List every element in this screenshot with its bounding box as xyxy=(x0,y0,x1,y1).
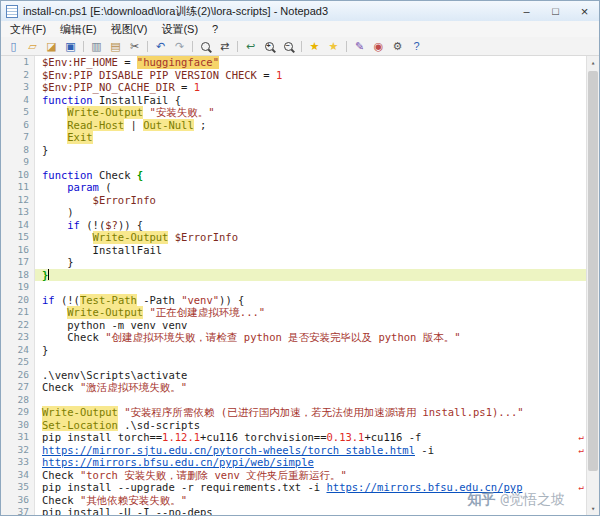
title-bar: install-cn.ps1 [E:\download\lora训练(2)\lo… xyxy=(1,1,599,21)
code-text: } xyxy=(35,256,586,269)
settings-button[interactable]: ⚙ xyxy=(388,38,407,54)
code-line[interactable]: 30Set-Location .\sd-scripts xyxy=(1,419,586,432)
undo-button[interactable]: ↶ xyxy=(151,38,170,54)
add-favorite-button[interactable]: ★ xyxy=(305,38,324,54)
code-text: Write-Output "正在创建虚拟环境..." xyxy=(35,306,586,319)
line-number: 36 xyxy=(1,494,35,507)
code-line[interactable]: 18} xyxy=(1,269,586,282)
code-line[interactable]: 2$Env:PIP_DISABLE_PIP_VERSION_CHECK = 1 xyxy=(1,69,586,82)
scroll-up-icon[interactable]: ▴ xyxy=(587,56,599,69)
line-number: 14 xyxy=(1,219,35,232)
scrollbar-thumb[interactable] xyxy=(588,71,598,471)
cut-button[interactable]: ✂ xyxy=(125,38,144,54)
menu-settings[interactable]: 设置(S) xyxy=(154,22,205,37)
zoom-out-button[interactable]: − xyxy=(279,38,298,54)
code-line[interactable]: 21 Write-Output "正在创建虚拟环境..." xyxy=(1,306,586,319)
code-text: $Env:PIP_DISABLE_PIP_VERSION_CHECK = 1 xyxy=(35,69,586,82)
about-button[interactable]: ? xyxy=(407,38,426,54)
find-button[interactable] xyxy=(196,38,215,54)
code-line[interactable]: 26.\venv\Scripts\activate xyxy=(1,369,586,382)
window-title: install-cn.ps1 [E:\download\lora训练(2)\lo… xyxy=(23,4,512,19)
code-line[interactable]: 35pip install --upgrade -r requirements.… xyxy=(1,481,586,494)
code-line[interactable]: 5 Write-Output "安装失败。" xyxy=(1,106,586,119)
line-number: 18 xyxy=(1,269,35,282)
manage-favorites-button[interactable]: ★ xyxy=(324,38,343,54)
code-line[interactable]: 9 xyxy=(1,156,586,169)
line-number: 16 xyxy=(1,244,35,257)
paste-button[interactable]: ▤ xyxy=(106,38,125,54)
pin-on-top-button[interactable]: ◉ xyxy=(369,38,388,54)
line-number: 3 xyxy=(1,81,35,94)
code-line[interactable]: 28 xyxy=(1,394,586,407)
code-line[interactable]: 32https://mirror.sjtu.edu.cn/pytorch-whe… xyxy=(1,444,586,457)
code-line[interactable]: 12 $ErrorInfo xyxy=(1,194,586,207)
code-line[interactable]: 10function Check { xyxy=(1,169,586,182)
toolbar-separator xyxy=(147,41,148,52)
code-text: pip install --upgrade -r requirements.tx… xyxy=(35,481,586,494)
code-line[interactable]: 34Check "torch 安装失败，请删除 venv 文件夹后重新运行。" xyxy=(1,469,586,482)
line-number: 17 xyxy=(1,256,35,269)
code-text: $Env:HF_HOME = "huggingface" xyxy=(35,56,586,69)
code-line[interactable]: 29Write-Output "安装程序所需依赖 (已进行国内加速，若无法使用加… xyxy=(1,406,586,419)
line-number: 21 xyxy=(1,306,35,319)
code-text: if (!(Test-Path -Path "venv")) { xyxy=(35,294,586,307)
code-line[interactable]: 31pip install torch==1.12.1+cu116 torchv… xyxy=(1,431,586,444)
window-controls: – □ × xyxy=(512,1,599,21)
code-text: Set-Location .\sd-scripts xyxy=(35,419,586,432)
code-line[interactable]: 13 ) xyxy=(1,206,586,219)
line-number: 34 xyxy=(1,469,35,482)
code-line[interactable]: 11 param ( xyxy=(1,181,586,194)
menu-view[interactable]: 视图(V) xyxy=(104,22,155,37)
code-text: $ErrorInfo xyxy=(35,194,586,207)
scroll-down-icon[interactable]: ▾ xyxy=(587,502,599,515)
replace-button[interactable]: ⇄ xyxy=(215,38,234,54)
code-line[interactable]: 24} xyxy=(1,344,586,357)
code-line[interactable]: 23 Check "创建虚拟环境失败，请检查 python 是否安装完毕以及 p… xyxy=(1,331,586,344)
code-text: https://mirror.sjtu.edu.cn/pytorch-wheel… xyxy=(35,444,586,457)
new-file-button[interactable]: ▯ xyxy=(4,38,23,54)
vertical-scrollbar[interactable]: ▴ ▾ xyxy=(586,56,599,515)
code-line[interactable]: 22 python -m venv venv xyxy=(1,319,586,332)
close-button[interactable]: × xyxy=(570,1,599,21)
code-line[interactable]: 33https://mirrors.bfsu.edu.cn/pypi/web/s… xyxy=(1,456,586,469)
scheme-config-button[interactable]: ✎ xyxy=(350,38,369,54)
code-line[interactable]: 16 InstallFail xyxy=(1,244,586,257)
code-text: function Check { xyxy=(35,169,586,182)
toolbar: ▯▱◪▣▥▤✂↶↷⇄↩+−★★✎◉⚙? xyxy=(1,37,599,56)
code-line[interactable]: 15 Write-Output $ErrorInfo xyxy=(1,231,586,244)
code-line[interactable]: 36Check "其他依赖安装失败。" xyxy=(1,494,586,507)
menu-edit[interactable]: 编辑(E) xyxy=(53,22,104,37)
code-line[interactable]: 8} xyxy=(1,144,586,157)
code-line[interactable]: 14 if (!($?)) { xyxy=(1,219,586,232)
line-number: 29 xyxy=(1,406,35,419)
code-text xyxy=(35,281,586,294)
code-line[interactable]: 1$Env:HF_HOME = "huggingface" xyxy=(1,56,586,69)
code-line[interactable]: 4function InstallFail { xyxy=(1,94,586,107)
code-text xyxy=(35,394,586,407)
menu-help[interactable]: ? xyxy=(205,23,225,35)
code-line[interactable]: 25 xyxy=(1,356,586,369)
code-line[interactable]: 3$Env:PIP_NO_CACHE_DIR = 1 xyxy=(1,81,586,94)
open-file-button[interactable]: ▱ xyxy=(23,38,42,54)
zoom-in-button[interactable]: + xyxy=(260,38,279,54)
line-number: 26 xyxy=(1,369,35,382)
save-button[interactable]: ▣ xyxy=(61,38,80,54)
line-number: 32 xyxy=(1,444,35,457)
code-line[interactable]: 17 } xyxy=(1,256,586,269)
code-line[interactable]: 37pip install -U -I --no-deps xyxy=(1,506,586,515)
maximize-button[interactable]: □ xyxy=(541,1,570,21)
code-line[interactable]: 27Check "激活虚拟环境失败。" xyxy=(1,381,586,394)
code-line[interactable]: 20if (!(Test-Path -Path "venv")) { xyxy=(1,294,586,307)
code-line[interactable]: 7 Exit xyxy=(1,131,586,144)
minimize-button[interactable]: – xyxy=(512,1,541,21)
editor[interactable]: 1$Env:HF_HOME = "huggingface"2$Env:PIP_D… xyxy=(1,56,599,515)
copy-button[interactable]: ▥ xyxy=(87,38,106,54)
menu-file[interactable]: 文件(F) xyxy=(3,22,53,37)
word-wrap-button[interactable]: ↩ xyxy=(241,38,260,54)
line-wrap-icon: ↵ xyxy=(579,444,586,457)
code-text: } xyxy=(35,144,586,157)
browse-files-button[interactable]: ◪ xyxy=(42,38,61,54)
redo-button[interactable]: ↷ xyxy=(170,38,189,54)
code-line[interactable]: 19 xyxy=(1,281,586,294)
code-line[interactable]: 6 Read-Host | Out-Null ; xyxy=(1,119,586,132)
